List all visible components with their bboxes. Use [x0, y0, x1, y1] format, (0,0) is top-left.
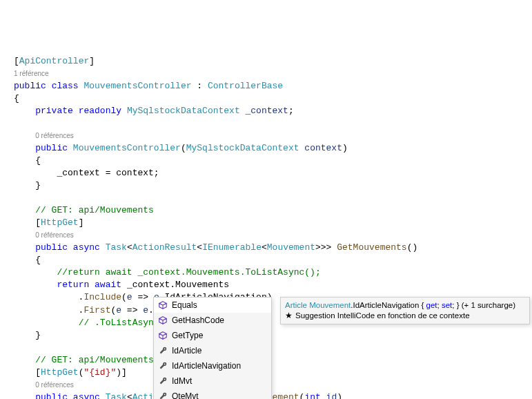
intellisense-item[interactable]: Equals [154, 298, 271, 313]
wrench-icon [158, 361, 168, 371]
intellisense-item[interactable]: IdArticleNavigation [154, 358, 271, 373]
intellisense-item[interactable]: IdArticle [154, 343, 271, 358]
codelens[interactable]: 0 références [35, 381, 74, 389]
code-editor[interactable]: [ApiController] 1 référence public class… [14, 55, 532, 399]
cube-icon [158, 300, 168, 310]
codelens[interactable]: 0 références [35, 231, 74, 239]
intellisense-item[interactable]: GetHashCode [154, 313, 271, 328]
star-icon: ★ [285, 311, 293, 320]
codelens[interactable]: 0 références [35, 132, 74, 139]
wrench-icon [158, 346, 168, 356]
attribute: ApiController [19, 56, 89, 66]
cube-icon [158, 331, 168, 340]
intellisense-item[interactable]: GetType [154, 328, 271, 343]
intellisense-list[interactable]: Equals GetHashCode GetType IdArticle IdA… [154, 298, 271, 399]
wrench-icon [158, 391, 168, 399]
signature-tooltip: Article Mouvement.IdArticleNavigation { … [280, 297, 530, 324]
cube-icon [158, 315, 168, 325]
wrench-icon [158, 376, 168, 386]
codelens[interactable]: 1 référence [14, 70, 49, 77]
intellisense-item[interactable]: QteMvt [154, 389, 271, 399]
intellisense-item[interactable]: IdMvt [154, 373, 271, 389]
intellisense-popup[interactable]: Equals GetHashCode GetType IdArticle IdA… [153, 297, 272, 399]
